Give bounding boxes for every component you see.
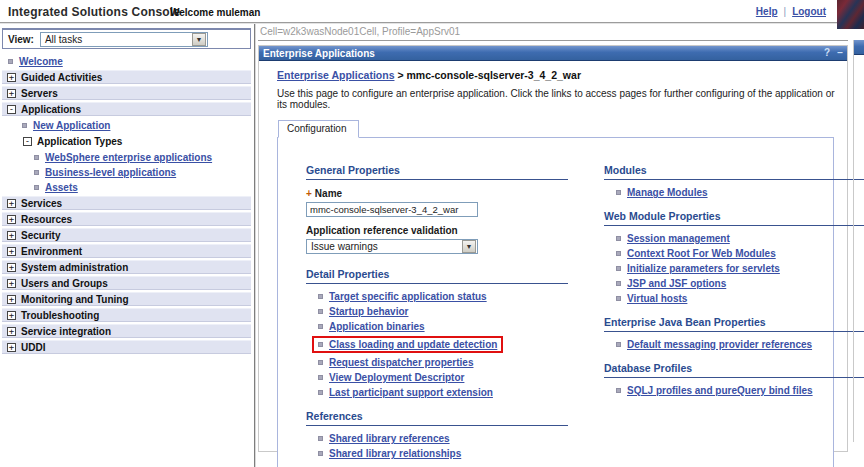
- logout-link[interactable]: Logout: [792, 6, 826, 17]
- dropdown-arrow-icon[interactable]: ▼: [192, 33, 206, 46]
- detail-properties-list: Target specific application status Start…: [306, 291, 568, 398]
- sidebar-item-services[interactable]: + Services: [2, 196, 251, 210]
- sidebar-item-monitoring-and-tuning[interactable]: + Monitoring and Tuning: [2, 292, 251, 306]
- sidebar-item-guided-activities[interactable]: + Guided Activities: [2, 70, 251, 84]
- expand-icon[interactable]: +: [7, 231, 16, 240]
- list-item: Manage Modules: [616, 187, 864, 198]
- link-manage-modules[interactable]: Manage Modules: [627, 187, 708, 198]
- sidebar-item-label[interactable]: New Application: [33, 120, 110, 131]
- expand-icon[interactable]: +: [7, 279, 16, 288]
- name-input[interactable]: [306, 202, 478, 217]
- header-divider: [0, 22, 864, 24]
- bullet-icon: [318, 324, 323, 329]
- sidebar-item-label: Troubleshooting: [21, 310, 99, 321]
- collapse-icon[interactable]: -: [7, 105, 16, 114]
- expand-icon[interactable]: +: [7, 311, 16, 320]
- clipped-portlet-titlebar: [854, 40, 864, 55]
- bullet-icon: [616, 251, 621, 256]
- link-session-management[interactable]: Session management: [627, 233, 730, 244]
- link-class-loading-and-update-detection[interactable]: Class loading and update detection: [329, 339, 497, 350]
- link-sqlj-profiles-and-purequery-bind-files[interactable]: SQLJ profiles and pureQuery bind files: [627, 385, 813, 396]
- link-context-root-for-web-modules[interactable]: Context Root For Web Modules: [627, 248, 776, 259]
- link-view-deployment-descriptor[interactable]: View Deployment Descriptor: [329, 372, 464, 383]
- sidebar-item-label: Application Types: [37, 136, 122, 147]
- expand-icon[interactable]: +: [7, 247, 16, 256]
- tab-bar: Configuration: [278, 119, 841, 137]
- sidebar-item-label[interactable]: WebSphere enterprise applications: [45, 152, 212, 163]
- enterprise-java-bean-properties-heading: Enterprise Java Bean Properties: [604, 316, 864, 332]
- sidebar-item-application-types[interactable]: - Application Types: [18, 134, 251, 148]
- tab-configuration[interactable]: Configuration: [278, 120, 359, 138]
- sidebar-item-security[interactable]: + Security: [2, 228, 251, 242]
- minimize-icon[interactable]: −: [837, 48, 843, 58]
- sidebar-item-users-and-groups[interactable]: + Users and Groups: [2, 276, 251, 290]
- view-select[interactable]: All tasks ▼: [40, 32, 208, 47]
- sidebar-item-label[interactable]: Business-level applications: [45, 167, 176, 178]
- help-icon[interactable]: ?: [824, 48, 830, 58]
- bullet-icon: [616, 342, 621, 347]
- expand-icon[interactable]: +: [7, 327, 16, 336]
- help-link[interactable]: Help: [756, 6, 778, 17]
- list-item: Default messaging provider references: [616, 339, 864, 350]
- modules-list: Manage Modules: [604, 187, 864, 198]
- top-banner: Integrated Solutions Console Welcome mul…: [0, 0, 864, 22]
- link-application-binaries[interactable]: Application binaries: [329, 321, 425, 332]
- sidebar-item-websphere-enterprise-applications[interactable]: WebSphere enterprise applications: [0, 150, 253, 164]
- validation-select[interactable]: Issue warnings ▼: [306, 239, 478, 254]
- link-request-dispatcher-properties[interactable]: Request dispatcher properties: [329, 357, 473, 368]
- sidebar-item-servers[interactable]: + Servers: [2, 86, 251, 100]
- expand-icon[interactable]: +: [7, 295, 16, 304]
- required-marker: +: [306, 188, 312, 199]
- detail-properties-heading: Detail Properties: [306, 268, 568, 284]
- list-item: Startup behavior: [318, 306, 568, 317]
- sidebar-item-new-application[interactable]: New Application: [0, 118, 253, 132]
- sidebar-divider: [254, 24, 256, 467]
- expand-icon[interactable]: +: [7, 89, 16, 98]
- link-shared-library-relationships[interactable]: Shared library relationships: [329, 448, 461, 459]
- expand-icon[interactable]: +: [7, 263, 16, 272]
- link-jsp-and-jsf-options[interactable]: JSP and JSF options: [627, 278, 726, 289]
- list-item: Context Root For Web Modules: [616, 248, 864, 259]
- expand-icon[interactable]: +: [7, 215, 16, 224]
- sidebar-item-label: Resources: [21, 214, 72, 225]
- link-virtual-hosts[interactable]: Virtual hosts: [627, 293, 687, 304]
- sidebar-item-environment[interactable]: + Environment: [2, 244, 251, 258]
- sidebar-item-service-integration[interactable]: + Service integration: [2, 324, 251, 338]
- validation-field-group: Application reference validation Issue w…: [306, 225, 568, 254]
- link-last-participant-support-extension[interactable]: Last participant support extension: [329, 387, 493, 398]
- sidebar-item-business-level-applications[interactable]: Business-level applications: [0, 165, 253, 179]
- link-target-specific-application-status[interactable]: Target specific application status: [329, 291, 487, 302]
- expand-icon[interactable]: +: [7, 73, 16, 82]
- general-properties-heading: General Properties: [306, 164, 568, 180]
- bullet-icon: [318, 390, 323, 395]
- sidebar-item-uddi[interactable]: + UDDI: [2, 340, 251, 354]
- expand-icon[interactable]: +: [7, 199, 16, 208]
- list-item: Shared library references: [318, 433, 568, 444]
- sidebar-item-resources[interactable]: + Resources: [2, 212, 251, 226]
- sidebar-item-label: Users and Groups: [21, 278, 108, 289]
- sidebar-item-applications[interactable]: - Applications: [2, 102, 251, 116]
- bullet-icon: [34, 155, 39, 160]
- sidebar-item-welcome[interactable]: Welcome: [0, 54, 253, 68]
- sidebar-item-label[interactable]: Assets: [45, 182, 78, 193]
- sidebar-item-system-administration[interactable]: + System administration: [2, 260, 251, 274]
- link-default-messaging-provider-references[interactable]: Default messaging provider references: [627, 339, 812, 350]
- breadcrumb-link-enterprise-applications[interactable]: Enterprise Applications: [277, 69, 394, 81]
- link-startup-behavior[interactable]: Startup behavior: [329, 306, 408, 317]
- breadcrumb: Enterprise Applications > mmc-console-sq…: [277, 69, 841, 81]
- validation-label: Application reference validation: [306, 225, 568, 236]
- dropdown-arrow-icon[interactable]: ▼: [462, 240, 476, 253]
- expand-icon[interactable]: +: [7, 343, 16, 352]
- link-shared-library-references[interactable]: Shared library references: [329, 433, 450, 444]
- sidebar-item-troubleshooting[interactable]: + Troubleshooting: [2, 308, 251, 322]
- collapse-icon[interactable]: -: [23, 137, 32, 146]
- bullet-icon: [318, 360, 323, 365]
- left-column: General Properties +Name Application ref…: [306, 164, 568, 467]
- list-item: Shared library relationships: [318, 448, 568, 459]
- link-initialize-parameters-for-servlets[interactable]: Initialize parameters for servlets: [627, 263, 780, 274]
- view-label: View:: [8, 34, 34, 45]
- sidebar-item-assets[interactable]: Assets: [0, 180, 253, 194]
- sidebar-item-label: UDDI: [21, 342, 45, 353]
- sidebar-item-label[interactable]: Welcome: [19, 56, 63, 67]
- name-label: +Name: [306, 188, 568, 199]
